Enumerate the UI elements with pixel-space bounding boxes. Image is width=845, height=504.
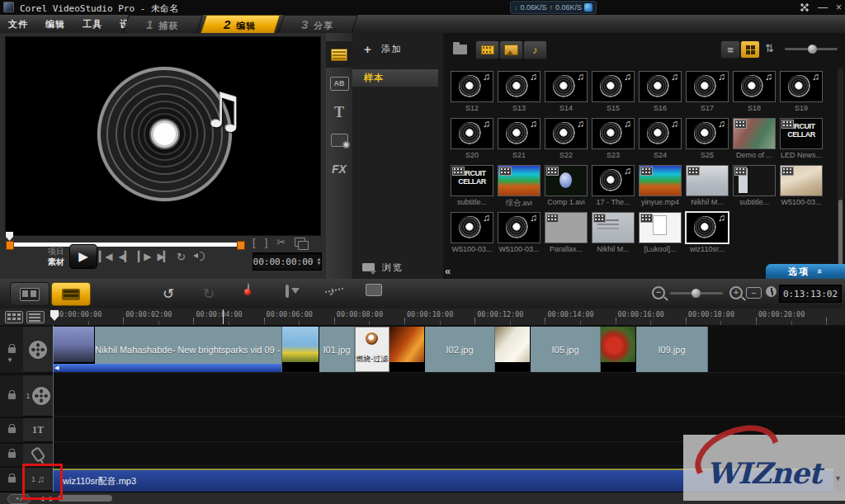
menu-edit[interactable]: 编辑 <box>45 18 65 31</box>
volume-icon[interactable] <box>193 251 205 261</box>
library-item[interactable]: ♫S15 <box>592 71 635 114</box>
video-track-gutter[interactable] <box>0 327 24 373</box>
overlay-track-content[interactable] <box>53 375 845 417</box>
video-clip[interactable]: I02.jpg <box>425 327 495 372</box>
jump-start-button[interactable]: ▎◀ <box>99 251 111 263</box>
library-item[interactable]: ♫S25 <box>686 118 729 161</box>
library-item[interactable]: ♫S14 <box>545 71 588 114</box>
title-track-button[interactable]: 1T <box>23 418 54 442</box>
collapse-panel-icon[interactable]: « <box>445 265 451 277</box>
trim-start-handle[interactable] <box>6 241 14 250</box>
library-item[interactable]: Nikhil M... <box>592 212 635 255</box>
nav-title[interactable]: T <box>326 99 352 125</box>
gallery-item-samples[interactable]: 样本 <box>352 69 438 87</box>
all-tracks-icon[interactable] <box>5 311 23 323</box>
split-clip-button[interactable]: ✂ <box>276 236 286 248</box>
prev-frame-button[interactable]: ◀▎ <box>118 251 130 263</box>
library-scrollbar[interactable] <box>838 68 843 264</box>
nav-transition[interactable]: AB <box>326 70 352 97</box>
trim-pointer[interactable] <box>6 232 13 241</box>
close-button[interactable]: × <box>836 2 842 13</box>
video-clip[interactable]: I05.jpg <box>531 327 601 372</box>
sort-button[interactable]: ⇅ <box>765 42 774 54</box>
library-item[interactable]: ♫S12 <box>451 71 493 114</box>
library-item[interactable]: yinyue.mp4 <box>639 165 682 208</box>
timeline-zoom-handle[interactable] <box>692 289 701 298</box>
lock-icon[interactable] <box>8 452 16 458</box>
preview-timecode[interactable]: 00:00:00:00 ▲▼ <box>253 252 322 271</box>
overlay-track-button[interactable]: 1 <box>23 375 54 417</box>
library-item[interactable]: 综合.avi <box>498 165 541 208</box>
library-item[interactable]: ♫S20 <box>451 118 493 161</box>
library-item[interactable]: CIRCUIT CELLARLED News... <box>780 118 823 161</box>
library-item[interactable]: ♫S16 <box>639 71 682 114</box>
library-item[interactable]: ♫wiz110sr... <box>686 212 729 255</box>
timeline-hscrollbar-thumb[interactable] <box>58 495 112 502</box>
play-button[interactable]: ▶ <box>69 244 97 269</box>
lock-icon[interactable] <box>8 427 16 433</box>
caret-down-icon[interactable]: ▼ <box>834 474 842 483</box>
track-list-icon[interactable] <box>26 311 45 323</box>
minimize-button[interactable]: — <box>818 2 828 13</box>
undo-button[interactable]: ↺ <box>163 285 174 303</box>
project-duration-timecode[interactable]: 0:13:13:02 <box>779 285 842 303</box>
app-options-icon[interactable] <box>800 2 810 12</box>
video-track-content[interactable]: Nikhil Mahashabde- New brightsparks vid … <box>53 327 845 373</box>
mode-project-label[interactable]: 项目 <box>48 246 64 257</box>
audio-view-button[interactable]: ♪ <box>328 284 335 298</box>
nav-media[interactable] <box>326 41 352 68</box>
library-item[interactable]: ♫17 - The... <box>592 165 635 208</box>
library-item[interactable]: Nikhil M... <box>686 165 729 208</box>
repeat-button[interactable]: ↻ <box>177 251 186 263</box>
filter-photo-button[interactable] <box>499 40 523 59</box>
overlay-track-gutter[interactable] <box>0 375 24 417</box>
browse-button[interactable]: 浏览 <box>352 259 443 276</box>
storyboard-view-button[interactable] <box>10 282 50 306</box>
library-item[interactable]: ♫S23 <box>592 118 635 161</box>
zoom-in-button[interactable]: + <box>729 286 743 299</box>
transition-clip[interactable]: 燃烧-过滤 <box>355 327 389 372</box>
library-scrollbar-thumb[interactable] <box>838 200 843 266</box>
library-item[interactable]: ♫S24 <box>639 118 682 161</box>
thumbnail-view-button[interactable] <box>740 40 760 59</box>
scrub-bar[interactable] <box>7 243 244 247</box>
library-item[interactable]: ♫S21 <box>498 118 541 161</box>
timeline-view-button[interactable] <box>51 282 91 306</box>
fit-project-button[interactable]: ↔ <box>746 287 762 299</box>
clip-thumbnail[interactable] <box>601 327 636 372</box>
music-track-gutter[interactable] <box>0 468 24 491</box>
trim-end-handle[interactable] <box>237 241 245 250</box>
voice-track-button[interactable] <box>23 444 54 466</box>
network-speed-badge[interactable]: ↓ 0.06K/S ↑ 0.06K/S <box>510 1 597 14</box>
library-item[interactable]: ♫S22 <box>545 118 588 161</box>
thumb-size-slider-handle[interactable] <box>808 45 817 54</box>
library-item[interactable]: Demo of ... <box>733 118 776 161</box>
library-item[interactable]: [Lukool]... <box>639 212 682 255</box>
lock-icon[interactable] <box>8 477 16 483</box>
lock-icon[interactable] <box>8 393 16 399</box>
timeline-ruler[interactable]: 00:00:00:0000:00:02:0000:00:04:0000:00:0… <box>50 309 845 325</box>
mode-clip-label[interactable]: 素材 <box>48 257 64 267</box>
record-capture-button[interactable] <box>248 284 249 294</box>
tab-edit[interactable]: 2 编辑 <box>200 15 281 35</box>
library-item[interactable]: ♫W5100-03... <box>498 212 541 255</box>
library-item[interactable]: Comp 1.avi <box>545 165 588 208</box>
options-button[interactable]: 选项 « <box>766 264 845 279</box>
video-clip[interactable]: I09.jpg <box>636 327 708 372</box>
add-gallery-button[interactable]: + 添加 <box>352 40 443 58</box>
tab-share[interactable]: 3 分享 <box>277 15 358 35</box>
import-folder-icon[interactable] <box>453 45 467 54</box>
library-item[interactable]: ♫S19 <box>780 71 823 114</box>
clip-thumbnail[interactable] <box>495 327 531 372</box>
title-track-gutter[interactable] <box>0 418 24 442</box>
lock-icon[interactable] <box>8 347 16 353</box>
filter-audio-button[interactable]: ♪ <box>523 40 547 59</box>
screen-capture-button[interactable] <box>286 286 289 296</box>
filter-video-button[interactable] <box>475 40 499 59</box>
voice-track-gutter[interactable] <box>0 444 24 466</box>
duration-clock-icon[interactable] <box>766 286 777 297</box>
library-item[interactable]: W5100-03... <box>780 165 823 208</box>
clip-thumbnail[interactable] <box>282 327 319 372</box>
timecode-down-icon[interactable]: ▼ <box>316 261 321 266</box>
menu-file[interactable]: 文件 <box>8 18 28 31</box>
